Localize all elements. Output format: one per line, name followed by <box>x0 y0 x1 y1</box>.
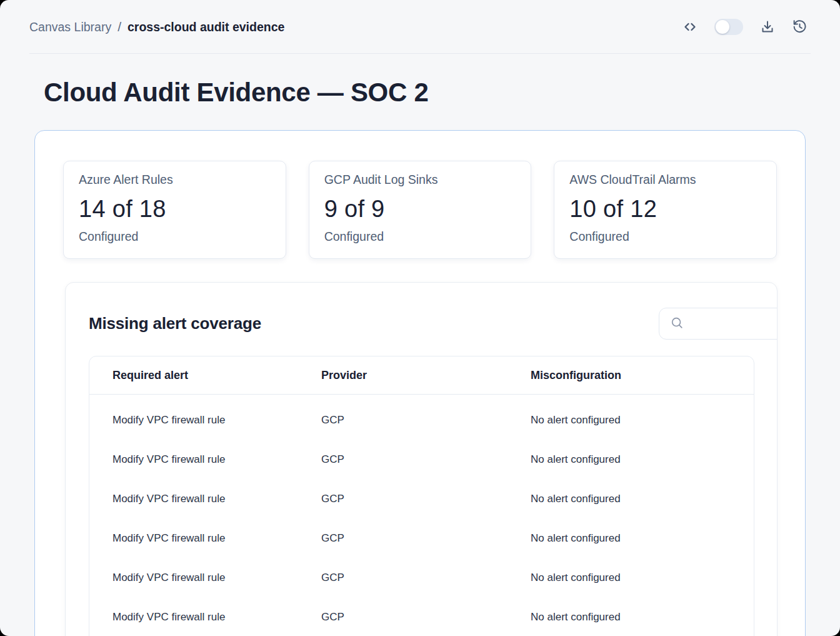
table-row: Modify VPC firewall rule GCP No alert co… <box>89 479 754 518</box>
history-icon <box>792 19 808 34</box>
cell-provider: GCP <box>321 572 531 584</box>
search-icon <box>670 316 684 332</box>
toggle-knob <box>716 20 729 34</box>
cell-provider: GCP <box>321 414 531 427</box>
breadcrumb-library-link[interactable]: Canvas Library <box>29 20 111 34</box>
table-row: Modify VPC firewall rule GCP No alert co… <box>89 558 754 597</box>
cell-provider: GCP <box>321 611 531 623</box>
stat-sublabel: Configured <box>569 230 761 243</box>
app-window: Canvas Library / cross-cloud audit evide… <box>0 0 840 636</box>
page-title: Cloud Audit Evidence — SOC 2 <box>44 78 840 107</box>
table-row: Modify VPC firewall rule GCP No alert co… <box>89 518 754 558</box>
topbar-actions <box>682 19 808 35</box>
breadcrumb-current-page: cross-cloud audit evidence <box>128 20 284 34</box>
history-button[interactable] <box>792 19 808 34</box>
table-row: Modify VPC firewall rule GCP No alert co… <box>89 440 754 479</box>
search-input[interactable] <box>690 318 778 330</box>
cell-required-alert: Modify VPC firewall rule <box>112 414 321 427</box>
stat-sublabel: Configured <box>79 230 271 243</box>
cell-required-alert: Modify VPC firewall rule <box>112 611 321 623</box>
cell-misconfiguration: No alert configured <box>531 611 754 623</box>
code-icon <box>682 19 698 34</box>
stat-label: AWS CloudTrail Alarms <box>569 173 761 186</box>
section-title: Missing alert coverage <box>89 314 261 333</box>
cell-misconfiguration: No alert configured <box>531 493 754 505</box>
cell-misconfiguration: No alert configured <box>531 572 754 584</box>
cell-required-alert: Modify VPC firewall rule <box>112 572 321 584</box>
cell-required-alert: Modify VPC firewall rule <box>112 453 321 466</box>
view-toggle-switch[interactable] <box>714 19 743 35</box>
column-header-misconfiguration: Misconfiguration <box>531 369 754 382</box>
column-header-required-alert: Required alert <box>112 369 321 382</box>
download-icon <box>760 19 775 34</box>
cell-misconfiguration: No alert configured <box>531 453 754 466</box>
code-view-button[interactable] <box>682 19 698 34</box>
stat-value: 9 of 9 <box>324 196 516 222</box>
table-body: Modify VPC firewall rule GCP No alert co… <box>89 395 754 636</box>
topbar: Canvas Library / cross-cloud audit evide… <box>0 0 840 53</box>
missing-alerts-table: Required alert Provider Misconfiguration… <box>89 356 754 636</box>
search-box[interactable] <box>659 308 778 340</box>
table-row: Modify VPC firewall rule GCP No alert co… <box>89 400 754 440</box>
canvas-container: Azure Alert Rules 14 of 18 Configured GC… <box>34 130 806 636</box>
column-header-provider: Provider <box>321 369 531 382</box>
breadcrumb-separator: / <box>118 19 121 34</box>
download-button[interactable] <box>760 19 775 34</box>
breadcrumb: Canvas Library / cross-cloud audit evide… <box>29 19 284 34</box>
stat-card-gcp: GCP Audit Log Sinks 9 of 9 Configured <box>309 161 532 259</box>
cell-misconfiguration: No alert configured <box>531 532 754 545</box>
stat-value: 10 of 12 <box>569 196 761 222</box>
stat-label: GCP Audit Log Sinks <box>324 173 516 186</box>
stat-label: Azure Alert Rules <box>79 173 271 186</box>
cell-provider: GCP <box>321 453 531 466</box>
stats-row: Azure Alert Rules 14 of 18 Configured GC… <box>63 161 777 259</box>
stat-sublabel: Configured <box>324 230 516 243</box>
cell-required-alert: Modify VPC firewall rule <box>112 493 321 505</box>
missing-alert-coverage-panel: Missing alert coverage Required alert Pr… <box>65 282 778 636</box>
cell-required-alert: Modify VPC firewall rule <box>112 532 321 545</box>
cell-provider: GCP <box>321 532 531 545</box>
stat-value: 14 of 18 <box>79 196 271 222</box>
stat-card-azure: Azure Alert Rules 14 of 18 Configured <box>63 161 286 259</box>
cell-provider: GCP <box>321 493 531 505</box>
header-divider <box>29 53 811 54</box>
table-header-row: Required alert Provider Misconfiguration <box>89 356 754 395</box>
stat-card-aws: AWS CloudTrail Alarms 10 of 12 Configure… <box>554 161 777 259</box>
cell-misconfiguration: No alert configured <box>531 414 754 427</box>
table-row: Modify VPC firewall rule GCP No alert co… <box>89 597 754 636</box>
